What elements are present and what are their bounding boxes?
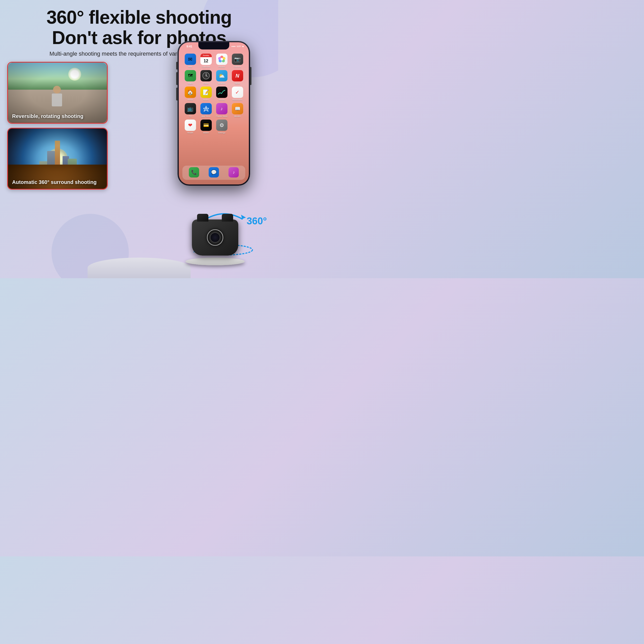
dock-music[interactable]: ♪ bbox=[227, 167, 240, 178]
app-mail[interactable]: ✉ Mail bbox=[184, 54, 197, 68]
main-title: 360° flexible shooting bbox=[0, 7, 278, 28]
notes-icon-img: 📝 bbox=[200, 87, 212, 98]
app-itunes[interactable]: ♪ iTunes Store bbox=[215, 103, 228, 117]
app-camera[interactable]: 📷 Camera bbox=[231, 54, 244, 68]
app-photos[interactable]: Photos bbox=[215, 54, 228, 68]
app-news[interactable]: N News bbox=[231, 70, 244, 84]
app-settings[interactable]: ⚙ Settings bbox=[215, 120, 228, 134]
panel-city-label: Automatic 360° surround shooting bbox=[12, 179, 97, 185]
page-container: 360° flexible shooting Don't ask for pho… bbox=[0, 0, 278, 278]
app-grid: ✉ Mail Tuesday 12 Calendar bbox=[179, 52, 249, 138]
clock-icon-img bbox=[200, 70, 212, 81]
wifi-icon: WiFi bbox=[237, 45, 241, 48]
app-reminders[interactable]: ✓ Reminders bbox=[231, 87, 244, 101]
gimbal-lens-inner bbox=[210, 233, 220, 242]
itunes-icon-img: ♪ bbox=[216, 103, 227, 114]
ibooks-icon-img: 📖 bbox=[232, 103, 243, 114]
app-wallet[interactable]: 💳 Wallet bbox=[199, 120, 213, 134]
phone-container: 9:41 ●●● WiFi ■ ✉ bbox=[178, 41, 258, 185]
health-icon-img: ❤ bbox=[185, 120, 196, 131]
gimbal-body bbox=[192, 219, 238, 256]
gimbal-wrapper bbox=[185, 219, 245, 265]
tv-icon-img: 📺 bbox=[185, 103, 196, 114]
reminders-icon-img: ✓ bbox=[232, 87, 243, 98]
dock-music-icon: ♪ bbox=[228, 167, 239, 177]
app-home[interactable]: 🏠 Home bbox=[184, 87, 197, 101]
app-clock[interactable]: Clock bbox=[199, 70, 213, 84]
news-icon-img: N bbox=[232, 70, 243, 81]
cal-top: Tuesday bbox=[200, 54, 212, 57]
dock-messages-icon: 💬 bbox=[209, 167, 219, 177]
cal-bottom: 12 bbox=[204, 57, 208, 65]
photos-icon-img bbox=[216, 54, 227, 65]
panel-skate: Reversible, rotating shooting bbox=[7, 62, 108, 124]
app-maps[interactable]: 🗺 Maps bbox=[184, 70, 197, 84]
status-icons: ●●● WiFi ■ bbox=[231, 45, 244, 48]
gimbal-platform bbox=[185, 258, 245, 265]
app-row-3: 🏠 Home 📝 Notes bbox=[182, 87, 245, 101]
dock-phone[interactable]: 📞 bbox=[187, 167, 201, 178]
left-panels: Reversible, rotating shooting Automatic … bbox=[7, 62, 108, 190]
table-platform bbox=[88, 258, 191, 278]
app-row-5: ❤ Health 💳 Wallet ⚙ bbox=[182, 120, 245, 134]
app-row-1: ✉ Mail Tuesday 12 Calendar bbox=[182, 54, 245, 68]
app-health[interactable]: ❤ Health bbox=[184, 120, 197, 134]
calendar-icon-img: Tuesday 12 bbox=[200, 54, 212, 65]
app-stocks[interactable]: Stocks bbox=[215, 87, 228, 101]
svg-text:A: A bbox=[205, 107, 207, 111]
stocks-icon-img bbox=[216, 87, 227, 98]
dock-phone-icon: 📞 bbox=[189, 167, 199, 177]
gimbal-lens bbox=[207, 229, 223, 246]
gimbal-ear-right bbox=[222, 214, 233, 222]
phone-screen: 9:41 ●●● WiFi ■ ✉ bbox=[179, 42, 249, 184]
signal-icon: ●●● bbox=[231, 45, 235, 48]
app-tv[interactable]: 📺 TV bbox=[184, 103, 197, 117]
phone-dock: 📞 💬 ♪ bbox=[182, 166, 245, 180]
weather-icon-img: ⛅ bbox=[216, 70, 227, 81]
battery-icon: ■ bbox=[242, 45, 244, 48]
app-ibooks[interactable]: 📖 iBooks bbox=[231, 103, 244, 117]
maps-icon-img: 🗺 bbox=[185, 70, 196, 81]
phone-outer: 9:41 ●●● WiFi ■ ✉ bbox=[178, 41, 250, 185]
panel-city: Automatic 360° surround shooting bbox=[7, 128, 108, 190]
svg-point-5 bbox=[221, 58, 223, 61]
status-time: 9:41 bbox=[187, 45, 192, 48]
phone-notch bbox=[198, 42, 229, 49]
wallet-icon-img: 💳 bbox=[200, 120, 212, 131]
app-row-2: 🗺 Maps bbox=[182, 70, 245, 84]
app-calendar[interactable]: Tuesday 12 Calendar bbox=[199, 54, 213, 68]
appstore-icon-img: A bbox=[200, 103, 212, 114]
app-row-4: 📺 TV A App Store bbox=[182, 103, 245, 117]
gimbal-ear-left bbox=[197, 214, 208, 222]
camera-icon-img: 📷 bbox=[232, 54, 243, 65]
app-weather[interactable]: ⛅ Weather bbox=[215, 70, 228, 84]
app-appstore[interactable]: A App Store bbox=[199, 103, 213, 117]
rotation-label: 360° bbox=[247, 216, 267, 227]
home-icon-img: 🏠 bbox=[185, 87, 196, 98]
panel-skate-label: Reversible, rotating shooting bbox=[12, 113, 83, 119]
mail-icon: ✉ bbox=[185, 54, 196, 65]
settings-icon-img: ⚙ bbox=[216, 120, 227, 131]
dock-messages[interactable]: 💬 bbox=[207, 167, 221, 178]
app-notes[interactable]: 📝 Notes bbox=[199, 87, 213, 101]
